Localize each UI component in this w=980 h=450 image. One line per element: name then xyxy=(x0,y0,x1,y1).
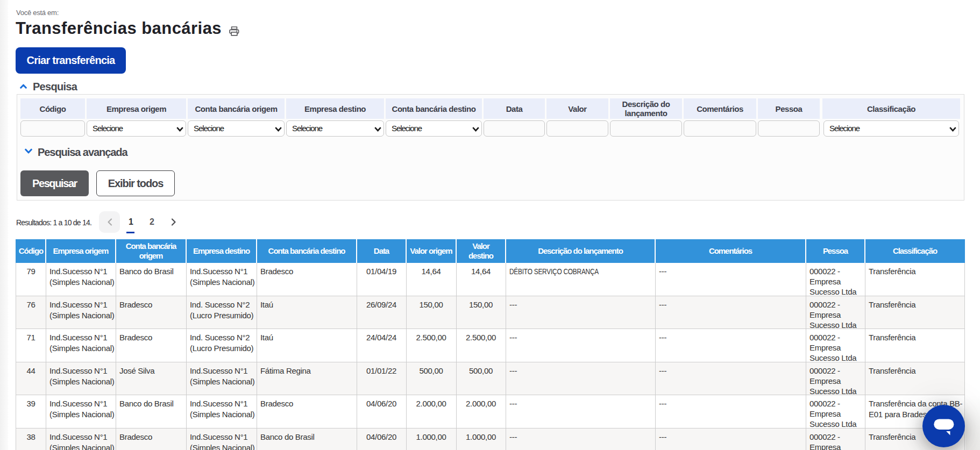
svg-text:DÉBITO SERVIÇO COBRANÇA: DÉBITO SERVIÇO COBRANÇA xyxy=(509,267,599,276)
